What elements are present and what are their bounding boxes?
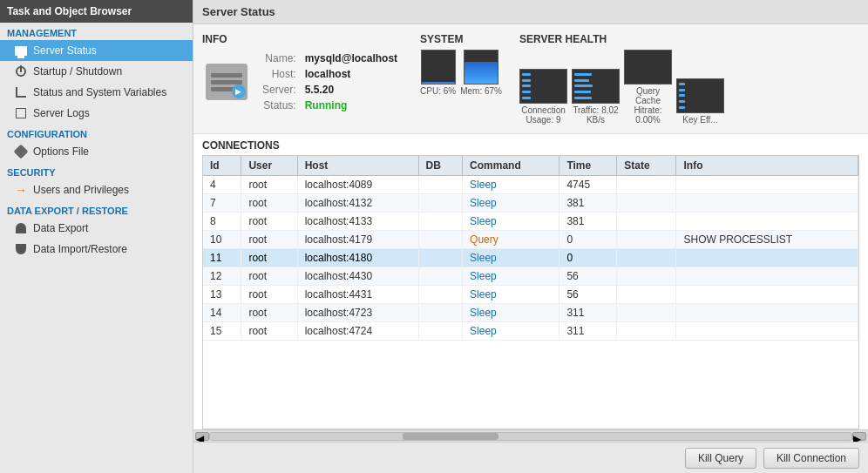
table-row[interactable]: 4rootlocalhost:4089Sleep4745	[203, 176, 858, 194]
sidebar-item-data-import[interactable]: Data Import/Restore	[0, 239, 193, 260]
sidebar-label-server-status: Server Status	[33, 44, 97, 57]
mem-label: Mem: 67%	[460, 86, 502, 96]
health-cache: Query Cache Hitrate: 0.00%	[624, 50, 672, 125]
table-row[interactable]: 10rootlocalhost:4179Query0SHOW PROCESSLI…	[203, 231, 858, 249]
cpu-label: CPU: 6%	[420, 86, 456, 96]
section-configuration: CONFIGURATION	[0, 124, 193, 141]
main-title: Server Status	[193, 0, 868, 24]
col-command: Command	[463, 156, 559, 176]
col-id: Id	[203, 156, 241, 176]
connections-table: Id User Host DB Command Time State Info	[203, 156, 858, 341]
kill-connection-button[interactable]: Kill Connection	[763, 448, 859, 469]
table-row[interactable]: 12rootlocalhost:4430Sleep56	[203, 267, 858, 286]
table-row[interactable]: 14rootlocalhost:4723Sleep311	[203, 304, 858, 322]
col-host: Host	[297, 156, 418, 176]
mem-gauge: Mem: 67%	[460, 50, 502, 96]
sidebar-item-startup-shutdown[interactable]: Startup / Shutdown	[0, 61, 193, 82]
scrollbar-track[interactable]	[209, 432, 852, 441]
monitor-icon	[14, 44, 28, 57]
cpu-gauge: CPU: 6%	[420, 50, 456, 96]
section-security: SECURITY	[0, 162, 193, 179]
kill-query-button[interactable]: Kill Query	[685, 448, 756, 469]
sidebar-item-server-logs[interactable]: Server Logs	[0, 103, 193, 124]
scrollbar-thumb[interactable]	[403, 433, 498, 440]
main-content: Server Status INFO	[193, 0, 868, 473]
name-value: mysqld@localhost	[302, 51, 401, 65]
health-key: Key Eff...	[676, 78, 724, 125]
wrench-icon	[14, 145, 28, 159]
connections-table-wrapper[interactable]: Id User Host DB Command Time State Info	[202, 155, 859, 429]
sidebar-label-data-export: Data Export	[33, 222, 88, 234]
table-row[interactable]: 11rootlocalhost:4180Sleep0	[203, 249, 858, 267]
top-panels: INFO ▶	[193, 24, 868, 134]
server-label: Server:	[259, 83, 300, 97]
play-icon: ▶	[232, 84, 246, 98]
server-icon: ▶	[202, 58, 250, 106]
sidebar-header: Task and Object Browser	[0, 0, 193, 23]
system-gauges: CPU: 6% Mem: 67%	[420, 50, 502, 96]
sidebar-label-status-variables: Status and System Variables	[33, 86, 166, 98]
host-value: localhost	[302, 67, 401, 81]
horizontal-scrollbar[interactable]: ◀ ▶	[193, 429, 868, 442]
scroll-right-btn[interactable]: ▶	[852, 432, 866, 441]
sidebar-item-options-file[interactable]: Options File	[0, 141, 193, 162]
arrow-icon: →	[14, 183, 28, 197]
server-value: 5.5.20	[302, 83, 401, 97]
system-panel: SYSTEM CPU: 6% Mem: 67%	[420, 33, 502, 125]
health-gauges: Connection Usage: 9	[519, 50, 724, 125]
system-label: SYSTEM	[420, 33, 502, 45]
sidebar-label-server-logs: Server Logs	[33, 107, 90, 119]
health-traffic-label: Traffic: 8.02 KB/s	[572, 105, 620, 125]
sidebar-label-startup-shutdown: Startup / Shutdown	[33, 65, 122, 78]
col-db: DB	[418, 156, 463, 176]
health-cache-label: Query Cache Hitrate: 0.00%	[624, 86, 672, 125]
export-icon	[14, 221, 28, 235]
power-icon	[14, 64, 28, 78]
col-time: Time	[559, 156, 617, 176]
connections-section: CONNECTIONS Id User Host DB Command Time	[193, 134, 868, 429]
info-details: Name: mysqld@localhost Host: localhost S…	[257, 50, 403, 114]
app-container: Task and Object Browser MANAGEMENT Serve…	[0, 0, 868, 473]
name-label: Name:	[259, 51, 300, 65]
table-row[interactable]: 8rootlocalhost:4133Sleep381	[203, 213, 858, 231]
import-icon	[14, 242, 28, 256]
sidebar: Task and Object Browser MANAGEMENT Serve…	[0, 0, 193, 473]
sidebar-item-server-status[interactable]: Server Status	[0, 40, 193, 61]
scroll-left-btn[interactable]: ◀	[195, 432, 209, 441]
section-management: MANAGEMENT	[0, 23, 193, 40]
info-panel: INFO ▶	[202, 33, 403, 125]
sidebar-label-options-file: Options File	[33, 145, 89, 158]
table-header-row: Id User Host DB Command Time State Info	[203, 156, 858, 176]
table-row[interactable]: 7rootlocalhost:4132Sleep381	[203, 194, 858, 213]
section-data-export: DATA EXPORT / RESTORE	[0, 200, 193, 218]
health-connection: Connection Usage: 9	[519, 69, 567, 125]
host-label: Host:	[259, 67, 300, 81]
content-area: INFO ▶	[193, 24, 868, 429]
bottom-bar: Kill Query Kill Connection	[193, 442, 868, 473]
status-value: Running	[302, 98, 401, 112]
connections-label: CONNECTIONS	[202, 134, 859, 155]
chart-icon	[14, 85, 28, 99]
sidebar-item-users-privileges[interactable]: → Users and Privileges	[0, 179, 193, 200]
col-state: State	[617, 156, 676, 176]
sidebar-item-data-export[interactable]: Data Export	[0, 218, 193, 239]
logs-icon	[14, 106, 28, 120]
sidebar-label-data-import: Data Import/Restore	[33, 243, 127, 255]
table-row[interactable]: 15rootlocalhost:4724Sleep311	[203, 322, 858, 341]
health-traffic: Traffic: 8.02 KB/s	[572, 69, 620, 125]
health-key-label: Key Eff...	[682, 115, 717, 125]
sidebar-label-users-privileges: Users and Privileges	[33, 184, 129, 196]
status-label: Status:	[259, 98, 300, 112]
sidebar-item-status-variables[interactable]: Status and System Variables	[0, 82, 193, 103]
health-label: SERVER HEALTH	[519, 33, 724, 45]
health-connection-label: Connection Usage: 9	[519, 105, 567, 125]
info-label: INFO	[202, 33, 403, 45]
col-info: Info	[676, 156, 858, 176]
col-user: User	[241, 156, 297, 176]
health-panel: SERVER HEALTH	[519, 33, 724, 125]
table-row[interactable]: 13rootlocalhost:4431Sleep56	[203, 286, 858, 304]
